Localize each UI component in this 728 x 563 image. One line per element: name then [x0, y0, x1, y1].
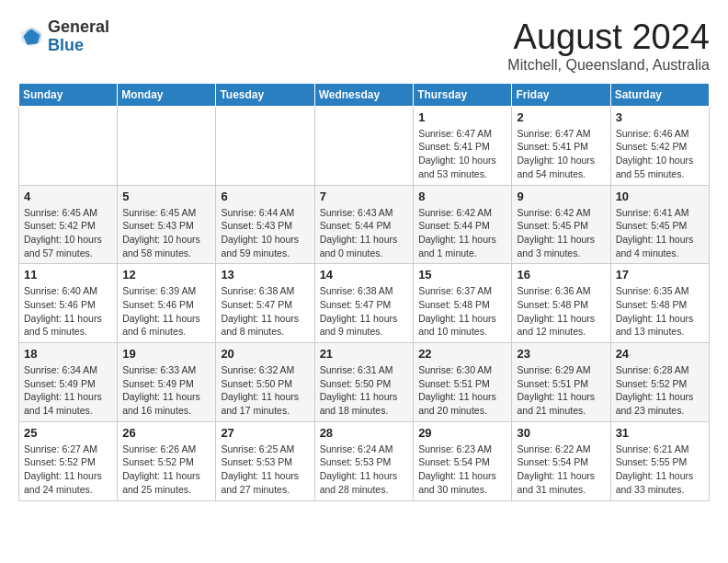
day-info: Sunrise: 6:36 AM Sunset: 5:48 PM Dayligh…	[517, 284, 605, 339]
logo-icon	[18, 24, 44, 50]
logo: General Blue	[18, 18, 109, 55]
calendar-header: SundayMondayTuesdayWednesdayThursdayFrid…	[19, 83, 710, 106]
day-info: Sunrise: 6:26 AM Sunset: 5:52 PM Dayligh…	[122, 442, 210, 497]
calendar-cell: 25Sunrise: 6:27 AM Sunset: 5:52 PM Dayli…	[19, 421, 118, 500]
page-header: General Blue August 2024 Mitchell, Queen…	[18, 18, 710, 74]
calendar-week-5: 25Sunrise: 6:27 AM Sunset: 5:52 PM Dayli…	[19, 421, 710, 500]
day-number: 12	[122, 268, 210, 282]
calendar-cell: 5Sunrise: 6:45 AM Sunset: 5:43 PM Daylig…	[118, 185, 216, 264]
day-info: Sunrise: 6:21 AM Sunset: 5:55 PM Dayligh…	[616, 442, 704, 497]
calendar-cell: 11Sunrise: 6:40 AM Sunset: 5:46 PM Dayli…	[19, 264, 118, 343]
day-number: 6	[221, 190, 309, 203]
column-header-monday: Monday	[118, 83, 216, 106]
calendar-cell: 3Sunrise: 6:46 AM Sunset: 5:42 PM Daylig…	[610, 106, 709, 185]
month-title: August 2024	[507, 18, 710, 57]
calendar-cell: 26Sunrise: 6:26 AM Sunset: 5:52 PM Dayli…	[118, 421, 216, 500]
column-header-tuesday: Tuesday	[216, 83, 314, 106]
day-info: Sunrise: 6:38 AM Sunset: 5:47 PM Dayligh…	[320, 284, 409, 339]
calendar-cell: 2Sunrise: 6:47 AM Sunset: 5:41 PM Daylig…	[512, 106, 610, 185]
day-number: 2	[517, 110, 605, 124]
calendar-week-3: 11Sunrise: 6:40 AM Sunset: 5:46 PM Dayli…	[19, 264, 710, 343]
day-number: 25	[24, 426, 112, 440]
day-info: Sunrise: 6:34 AM Sunset: 5:49 PM Dayligh…	[24, 363, 112, 418]
calendar-cell	[118, 106, 216, 185]
calendar-cell: 29Sunrise: 6:23 AM Sunset: 5:54 PM Dayli…	[414, 421, 512, 500]
day-info: Sunrise: 6:40 AM Sunset: 5:46 PM Dayligh…	[24, 284, 112, 339]
calendar-cell: 12Sunrise: 6:39 AM Sunset: 5:46 PM Dayli…	[118, 264, 216, 343]
day-number: 28	[320, 426, 409, 440]
day-number: 29	[418, 426, 506, 440]
day-number: 22	[418, 347, 506, 361]
day-number: 20	[221, 347, 309, 361]
calendar-cell: 21Sunrise: 6:31 AM Sunset: 5:50 PM Dayli…	[314, 343, 414, 422]
day-number: 11	[24, 268, 112, 282]
day-number: 3	[616, 110, 704, 124]
day-info: Sunrise: 6:46 AM Sunset: 5:42 PM Dayligh…	[616, 127, 704, 181]
calendar-cell: 19Sunrise: 6:33 AM Sunset: 5:49 PM Dayli…	[118, 343, 216, 422]
day-info: Sunrise: 6:47 AM Sunset: 5:41 PM Dayligh…	[418, 127, 506, 181]
day-number: 24	[616, 347, 704, 361]
day-info: Sunrise: 6:47 AM Sunset: 5:41 PM Dayligh…	[517, 127, 605, 181]
calendar-cell: 9Sunrise: 6:42 AM Sunset: 5:45 PM Daylig…	[512, 185, 610, 264]
day-number: 17	[616, 268, 704, 282]
day-info: Sunrise: 6:24 AM Sunset: 5:53 PM Dayligh…	[320, 442, 409, 497]
day-info: Sunrise: 6:37 AM Sunset: 5:48 PM Dayligh…	[418, 284, 506, 339]
day-number: 4	[24, 190, 112, 203]
location-subtitle: Mitchell, Queensland, Australia	[507, 57, 710, 74]
column-header-wednesday: Wednesday	[314, 83, 414, 106]
calendar-week-4: 18Sunrise: 6:34 AM Sunset: 5:49 PM Dayli…	[19, 343, 710, 422]
day-number: 1	[418, 110, 506, 124]
calendar-cell: 18Sunrise: 6:34 AM Sunset: 5:49 PM Dayli…	[19, 343, 118, 422]
day-info: Sunrise: 6:23 AM Sunset: 5:54 PM Dayligh…	[418, 442, 506, 497]
calendar-cell: 1Sunrise: 6:47 AM Sunset: 5:41 PM Daylig…	[414, 106, 512, 185]
calendar-cell: 24Sunrise: 6:28 AM Sunset: 5:52 PM Dayli…	[610, 343, 709, 422]
day-info: Sunrise: 6:31 AM Sunset: 5:50 PM Dayligh…	[320, 363, 409, 418]
day-info: Sunrise: 6:32 AM Sunset: 5:50 PM Dayligh…	[221, 363, 309, 418]
day-info: Sunrise: 6:42 AM Sunset: 5:45 PM Dayligh…	[517, 206, 605, 260]
column-header-sunday: Sunday	[19, 83, 118, 106]
day-number: 10	[616, 190, 704, 203]
calendar-cell: 13Sunrise: 6:38 AM Sunset: 5:47 PM Dayli…	[216, 264, 314, 343]
day-number: 30	[517, 426, 605, 440]
calendar-cell: 23Sunrise: 6:29 AM Sunset: 5:51 PM Dayli…	[512, 343, 610, 422]
day-info: Sunrise: 6:38 AM Sunset: 5:47 PM Dayligh…	[221, 284, 309, 339]
calendar-week-1: 1Sunrise: 6:47 AM Sunset: 5:41 PM Daylig…	[19, 106, 710, 185]
day-info: Sunrise: 6:45 AM Sunset: 5:42 PM Dayligh…	[24, 206, 112, 260]
calendar-cell	[216, 106, 314, 185]
day-info: Sunrise: 6:43 AM Sunset: 5:44 PM Dayligh…	[320, 206, 409, 260]
day-info: Sunrise: 6:22 AM Sunset: 5:54 PM Dayligh…	[517, 442, 605, 497]
day-info: Sunrise: 6:41 AM Sunset: 5:45 PM Dayligh…	[616, 206, 704, 260]
column-header-thursday: Thursday	[414, 83, 512, 106]
day-number: 13	[221, 268, 309, 282]
calendar-cell: 6Sunrise: 6:44 AM Sunset: 5:43 PM Daylig…	[216, 185, 314, 264]
day-number: 16	[517, 268, 605, 282]
day-info: Sunrise: 6:27 AM Sunset: 5:52 PM Dayligh…	[24, 442, 112, 497]
day-info: Sunrise: 6:45 AM Sunset: 5:43 PM Dayligh…	[122, 206, 210, 260]
day-info: Sunrise: 6:28 AM Sunset: 5:52 PM Dayligh…	[616, 363, 704, 418]
calendar-cell: 17Sunrise: 6:35 AM Sunset: 5:48 PM Dayli…	[610, 264, 709, 343]
column-header-saturday: Saturday	[610, 83, 709, 106]
calendar-cell: 20Sunrise: 6:32 AM Sunset: 5:50 PM Dayli…	[216, 343, 314, 422]
day-number: 21	[320, 347, 409, 361]
day-number: 26	[122, 426, 210, 440]
day-info: Sunrise: 6:44 AM Sunset: 5:43 PM Dayligh…	[221, 206, 309, 260]
day-number: 15	[418, 268, 506, 282]
day-number: 19	[122, 347, 210, 361]
day-info: Sunrise: 6:25 AM Sunset: 5:53 PM Dayligh…	[221, 442, 309, 497]
calendar-week-2: 4Sunrise: 6:45 AM Sunset: 5:42 PM Daylig…	[19, 185, 710, 264]
calendar-table: SundayMondayTuesdayWednesdayThursdayFrid…	[18, 83, 710, 501]
calendar-cell: 4Sunrise: 6:45 AM Sunset: 5:42 PM Daylig…	[19, 185, 118, 264]
day-number: 8	[418, 190, 506, 203]
day-number: 9	[517, 190, 605, 203]
calendar-cell: 28Sunrise: 6:24 AM Sunset: 5:53 PM Dayli…	[314, 421, 414, 500]
calendar-cell	[19, 106, 118, 185]
day-number: 23	[517, 347, 605, 361]
day-number: 7	[320, 190, 409, 203]
day-info: Sunrise: 6:33 AM Sunset: 5:49 PM Dayligh…	[122, 363, 210, 418]
day-info: Sunrise: 6:42 AM Sunset: 5:44 PM Dayligh…	[418, 206, 506, 260]
calendar-cell: 31Sunrise: 6:21 AM Sunset: 5:55 PM Dayli…	[610, 421, 709, 500]
day-number: 31	[616, 426, 704, 440]
calendar-cell: 7Sunrise: 6:43 AM Sunset: 5:44 PM Daylig…	[314, 185, 414, 264]
calendar-cell: 10Sunrise: 6:41 AM Sunset: 5:45 PM Dayli…	[610, 185, 709, 264]
calendar-cell: 16Sunrise: 6:36 AM Sunset: 5:48 PM Dayli…	[512, 264, 610, 343]
